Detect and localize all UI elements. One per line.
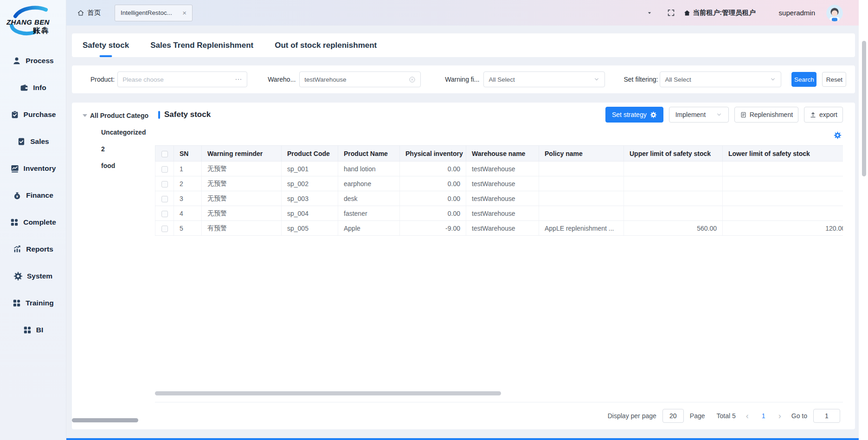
cell-upper: 560.00 bbox=[624, 221, 723, 236]
page-size-input[interactable] bbox=[662, 409, 684, 423]
moneybag-icon bbox=[13, 191, 22, 200]
row-checkbox[interactable] bbox=[161, 226, 168, 232]
cell-lower bbox=[723, 191, 843, 206]
set-filtering-select[interactable]: All Select bbox=[660, 71, 781, 87]
cell-sn: 3 bbox=[174, 191, 202, 206]
header-checkbox-cell bbox=[155, 146, 174, 162]
col-header-product-name: Product Name bbox=[338, 146, 400, 162]
cell-sn: 2 bbox=[174, 176, 202, 191]
cell-physical: 0.00 bbox=[400, 176, 466, 191]
cell-policy bbox=[539, 162, 624, 176]
warning-filter-value: All Select bbox=[489, 76, 514, 83]
cell-checkbox bbox=[155, 206, 174, 221]
prev-page-icon[interactable] bbox=[742, 412, 753, 420]
cell-physical: 0.00 bbox=[400, 206, 466, 221]
title-accent-bar bbox=[158, 111, 160, 119]
page-horizontal-scrollbar[interactable] bbox=[72, 418, 138, 422]
product-input[interactable] bbox=[122, 76, 235, 83]
sidebar-item-label: System bbox=[27, 272, 52, 280]
col-header-lower-limit: Lower limit of safety stock bbox=[723, 146, 843, 162]
sidebar-item-info[interactable]: Info bbox=[0, 74, 66, 101]
open-page-tab[interactable]: IntelligentRestoc... × bbox=[115, 5, 193, 21]
sidebar-item-system[interactable]: System bbox=[0, 263, 66, 290]
sidebar-item-bi[interactable]: BI bbox=[0, 317, 66, 343]
row-checkbox[interactable] bbox=[161, 196, 168, 202]
implement-button[interactable]: Implement bbox=[669, 107, 729, 123]
next-page-icon[interactable] bbox=[774, 412, 785, 420]
reset-button[interactable]: Reset bbox=[822, 72, 846, 87]
logo-subtitle: 账犇 bbox=[33, 26, 50, 36]
tree-item-uncategorized[interactable]: Uncategorized bbox=[72, 124, 155, 141]
row-checkbox[interactable] bbox=[161, 166, 168, 173]
tab-label: Sales Trend Replenishment bbox=[150, 41, 253, 50]
col-header-policy-name: Policy name bbox=[539, 146, 624, 162]
set-strategy-button[interactable]: Set strategy bbox=[605, 107, 663, 123]
clear-icon[interactable] bbox=[409, 76, 416, 83]
ellipsis-icon[interactable]: ⋯ bbox=[235, 75, 242, 84]
table-row: 2 无预警 sp_002 earphone 0.00 testWarehouse bbox=[155, 176, 843, 191]
row-checkbox[interactable] bbox=[161, 181, 168, 188]
replenishment-button[interactable]: Replenishment bbox=[734, 107, 798, 123]
warning-filter-label: Warning fi... bbox=[445, 76, 479, 83]
sidebar-item-label: BI bbox=[36, 326, 44, 334]
tree-item-2[interactable]: 2 bbox=[72, 141, 155, 157]
table-horizontal-scrollbar[interactable] bbox=[155, 391, 501, 395]
sidebar-item-process[interactable]: Process bbox=[0, 47, 66, 74]
goto-page-input[interactable] bbox=[813, 409, 840, 423]
cell-warehouse: testWarehouse bbox=[466, 162, 539, 176]
set-filtering-value: All Select bbox=[665, 76, 691, 83]
cell-code: sp_005 bbox=[282, 221, 338, 236]
search-button[interactable]: Search bbox=[791, 72, 817, 87]
cell-physical: -9.00 bbox=[400, 221, 466, 236]
col-header-upper-limit: Upper limit of safety stock bbox=[624, 146, 723, 162]
tree-root-all-product-categories[interactable]: All Product Catego bbox=[72, 107, 155, 124]
goto-label: Go to bbox=[791, 412, 807, 420]
cell-name: fastener bbox=[338, 206, 400, 221]
select-all-checkbox[interactable] bbox=[161, 151, 168, 157]
sidebar-item-finance[interactable]: Finance bbox=[0, 182, 66, 209]
tree-collapse-icon[interactable] bbox=[83, 114, 87, 117]
row-checkbox[interactable] bbox=[161, 211, 168, 217]
module-tabs: Safety stock Sales Trend Replenishment O… bbox=[72, 33, 855, 57]
warehouse-input[interactable] bbox=[304, 76, 409, 83]
cell-physical: 0.00 bbox=[400, 191, 466, 206]
panel-header: Safety stock bbox=[158, 107, 211, 123]
current-page[interactable]: 1 bbox=[759, 412, 768, 420]
warehouse-filter-label: Wareho... bbox=[268, 76, 296, 83]
sidebar-item-label: Sales bbox=[30, 137, 49, 146]
export-button[interactable]: export bbox=[804, 107, 843, 123]
fullscreen-icon bbox=[667, 9, 675, 17]
sidebar-item-complete[interactable]: Complete bbox=[0, 209, 66, 236]
cell-policy bbox=[539, 176, 624, 191]
warehouse-field[interactable] bbox=[299, 71, 421, 87]
gear-icon bbox=[13, 272, 23, 281]
column-settings-button[interactable] bbox=[834, 131, 842, 139]
cell-warehouse: testWarehouse bbox=[466, 206, 539, 221]
username[interactable]: superadmin bbox=[779, 9, 815, 17]
tab-sales-trend-replenishment[interactable]: Sales Trend Replenishment bbox=[150, 33, 253, 57]
col-header-warning-reminder: Warning reminder bbox=[202, 146, 282, 162]
close-tab-icon[interactable]: × bbox=[182, 9, 186, 16]
display-per-page-label: Display per page bbox=[608, 412, 656, 420]
cell-upper bbox=[624, 176, 723, 191]
implement-label: Implement bbox=[675, 111, 706, 118]
home-tab[interactable]: 首页 bbox=[77, 8, 101, 17]
sidebar-item-training[interactable]: Training bbox=[0, 290, 66, 317]
avatar[interactable] bbox=[826, 5, 843, 21]
window-vertical-scrollbar[interactable] bbox=[862, 41, 866, 176]
sidebar-item-reports[interactable]: Reports bbox=[0, 236, 66, 263]
product-select-field[interactable]: ⋯ bbox=[117, 71, 247, 87]
tree-root-label: All Product Catego bbox=[90, 112, 148, 119]
sidebar-item-inventory[interactable]: Inventory bbox=[0, 155, 66, 182]
tabs-dropdown-button[interactable] bbox=[647, 10, 652, 16]
cell-sn: 4 bbox=[174, 206, 202, 221]
sidebar-item-purchase[interactable]: Purchase bbox=[0, 101, 66, 128]
bottom-accent-bar bbox=[0, 438, 859, 440]
tab-out-of-stock-replenishment[interactable]: Out of stock replenishment bbox=[275, 33, 377, 57]
warning-filter-select[interactable]: All Select bbox=[483, 71, 605, 87]
tree-item-food[interactable]: food bbox=[72, 157, 155, 174]
fullscreen-button[interactable] bbox=[667, 9, 675, 17]
gear-icon bbox=[834, 131, 842, 139]
tab-safety-stock[interactable]: Safety stock bbox=[83, 33, 129, 57]
sidebar-item-sales[interactable]: Sales bbox=[0, 128, 66, 155]
